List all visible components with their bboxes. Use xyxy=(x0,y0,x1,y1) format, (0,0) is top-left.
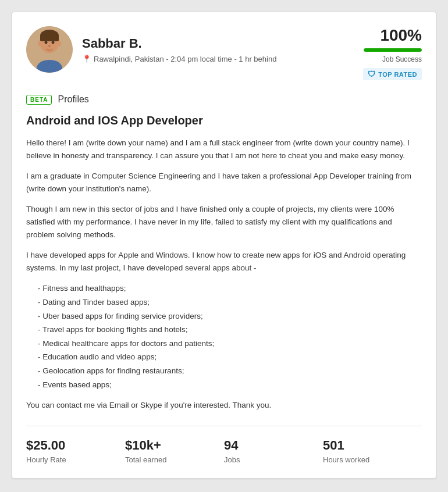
header-right: 100% Job Success 🛡 TOP RATED xyxy=(363,26,422,80)
job-success-label: Job Success xyxy=(382,55,422,63)
stat-hours-worked-label: Hours worked xyxy=(323,455,422,464)
shield-icon: 🛡 xyxy=(368,70,376,79)
profile-bio: Hello there! I am (write down your name)… xyxy=(26,137,422,412)
svg-point-7 xyxy=(45,41,48,44)
bio-list: - Fitness and healthapps; - Dating and T… xyxy=(26,282,422,391)
stat-jobs: 94 Jobs xyxy=(224,438,323,464)
list-item-7: - Geolocation apps for finding restauran… xyxy=(38,365,422,377)
list-item-5: - Medical healthcare apps for doctors an… xyxy=(38,337,422,350)
list-item-2: - Dating and Tinder based apps; xyxy=(38,296,422,309)
stat-hours-worked-value: 501 xyxy=(323,438,422,453)
location-icon: 📍 xyxy=(82,55,91,63)
avatar xyxy=(26,26,73,73)
svg-rect-3 xyxy=(40,35,59,41)
top-rated-badge: 🛡 TOP RATED xyxy=(363,68,422,80)
stat-hourly-rate-label: Hourly Rate xyxy=(26,455,125,464)
header-left: Sabbar B. 📍 Rawalpindi, Pakistan - 2:04 … xyxy=(26,26,276,73)
bio-paragraph-4: I have developed apps for Apple and Wind… xyxy=(26,249,422,274)
beta-badge: BETA xyxy=(26,95,52,105)
progress-bar xyxy=(364,48,422,52)
stat-hourly-rate-value: $25.00 xyxy=(26,438,125,453)
svg-point-5 xyxy=(38,41,42,47)
profile-title: Android and IOS App Developer xyxy=(26,114,422,127)
top-rated-label: TOP RATED xyxy=(378,71,417,78)
list-item-8: - Events based apps; xyxy=(38,379,422,391)
user-name: Sabbar B. xyxy=(82,36,276,51)
profile-card: Sabbar B. 📍 Rawalpindi, Pakistan - 2:04 … xyxy=(12,12,436,479)
list-item-4: - Travel apps for booking flights and ho… xyxy=(38,323,422,336)
location-row: 📍 Rawalpindi, Pakistan - 2:04 pm local t… xyxy=(82,55,276,63)
stat-total-earned-label: Total earned xyxy=(125,455,224,464)
stats-row: $25.00 Hourly Rate $10k+ Total earned 94… xyxy=(26,438,422,464)
stat-hourly-rate: $25.00 Hourly Rate xyxy=(26,438,125,464)
bio-paragraph-1: Hello there! I am (write down your name)… xyxy=(26,137,422,162)
bio-paragraph-3: Though I am new in this sector of jobs a… xyxy=(26,203,422,241)
job-success-percent: 100% xyxy=(380,26,422,45)
stat-hours-worked: 501 Hours worked xyxy=(323,438,422,464)
location-text: Rawalpindi, Pakistan - 2:04 pm local tim… xyxy=(94,55,276,63)
list-item-3: - Uber based apps for finding service pr… xyxy=(38,310,422,323)
profile-header: Sabbar B. 📍 Rawalpindi, Pakistan - 2:04 … xyxy=(26,26,422,80)
svg-point-6 xyxy=(56,41,61,47)
stat-jobs-label: Jobs xyxy=(224,455,323,464)
profiles-label: Profiles xyxy=(58,94,88,105)
stat-jobs-value: 94 xyxy=(224,438,323,453)
progress-bar-fill xyxy=(364,48,422,52)
stat-total-earned-value: $10k+ xyxy=(125,438,224,453)
stats-divider xyxy=(26,426,422,426)
list-item-1: - Fitness and healthapps; xyxy=(38,282,422,295)
profiles-section: BETA Profiles xyxy=(26,94,422,105)
stat-total-earned: $10k+ Total earned xyxy=(125,438,224,464)
list-item-6: - Education audio and video apps; xyxy=(38,351,422,363)
bio-paragraph-2: I am a graduate in Computer Science Engi… xyxy=(26,170,422,195)
user-info: Sabbar B. 📍 Rawalpindi, Pakistan - 2:04 … xyxy=(82,36,276,63)
svg-point-9 xyxy=(48,45,51,47)
svg-point-8 xyxy=(52,41,55,44)
bio-closing: You can contact me via Email or Skype if… xyxy=(26,399,422,412)
